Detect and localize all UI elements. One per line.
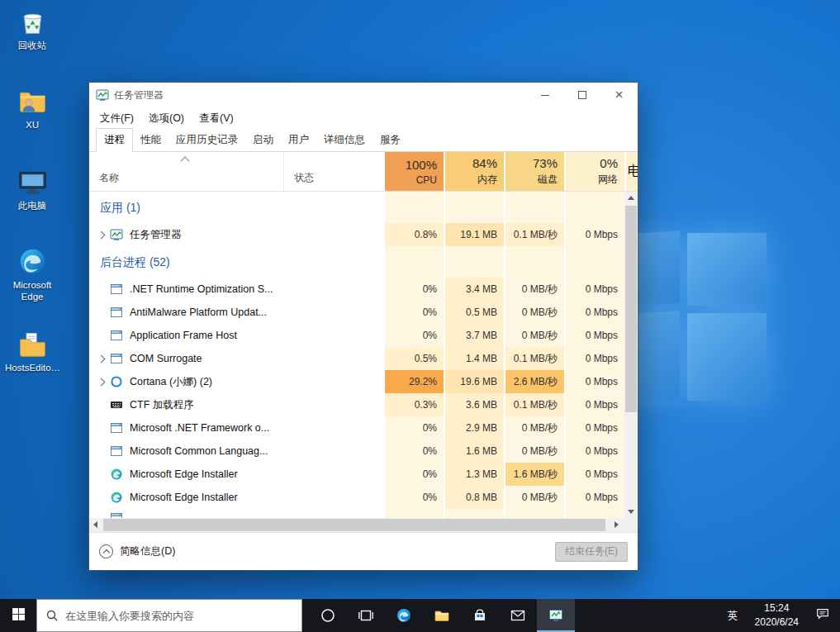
cpu-cell: 0.8%	[383, 223, 444, 246]
process-row[interactable]: AntiMalware Platform Updat...0%0.5 MB0 M…	[89, 301, 638, 324]
table-header: 名称 状态 100% CPU 84% 内存 73% 磁盘 0% 网络	[89, 152, 638, 192]
desktop-icon-user-folder[interactable]: XU	[5, 86, 59, 131]
vertical-scrollbar[interactable]	[624, 192, 638, 518]
column-header-disk[interactable]: 73% 磁盘	[504, 152, 564, 191]
menu-item[interactable]: 文件(F)	[93, 112, 141, 126]
start-button[interactable]	[0, 599, 36, 632]
memory-value: 2.9 MB	[466, 422, 497, 434]
process-row[interactable]: Application Frame Host0%3.7 MB0 MB/秒0 Mb…	[89, 324, 638, 347]
file-explorer-icon	[434, 607, 450, 624]
scroll-up-icon[interactable]	[624, 192, 638, 205]
disk-value: 0 MB/秒	[522, 329, 558, 343]
tab-性能[interactable]: 性能	[133, 129, 168, 151]
group-header-row[interactable]: 应用 (1)	[89, 197, 638, 220]
network-value: 0 Mbps	[586, 399, 618, 411]
process-row[interactable]: CTF 加载程序0.3%3.6 MB0.1 MB/秒0 Mbps	[89, 393, 638, 416]
process-row[interactable]: .NET Runtime Optimization S...0%3.4 MB0 …	[89, 278, 638, 301]
disk-cell: 0.1 MB/秒	[504, 393, 564, 416]
menu-item[interactable]: 选项(O)	[141, 112, 192, 126]
scroll-right-icon[interactable]	[610, 518, 624, 532]
process-name: Microsoft Edge Installer	[130, 492, 238, 503]
group-header-row[interactable]: 后台进程 (52)	[89, 251, 638, 274]
column-header-name[interactable]: 名称	[89, 152, 284, 191]
column-header-memory[interactable]: 84% 内存	[444, 152, 504, 191]
end-task-button[interactable]: 结束任务(E)	[555, 542, 628, 562]
chevron-up-circle-icon	[99, 544, 113, 558]
process-row[interactable]: Microsoft Edge Installer0%1.3 MB1.6 MB/秒…	[89, 463, 638, 486]
taskbar-task-view-button[interactable]	[347, 599, 385, 632]
process-row[interactable]: Microsoft .NET Framework o...0%2.9 MB0 M…	[89, 416, 638, 440]
desktop-icon-edge[interactable]: Microsoft Edge	[5, 246, 59, 303]
action-center-button[interactable]	[805, 606, 840, 625]
process-row[interactable]: Microsoft Common Languag...0%1.6 MB0 MB/…	[89, 440, 638, 463]
disk-cell: 0.1 MB/秒	[504, 347, 564, 370]
network-value: 0 Mbps	[586, 306, 618, 318]
minimize-button[interactable]	[526, 83, 563, 107]
disk-cell	[504, 509, 564, 518]
column-header-cpu[interactable]: 100% CPU	[383, 152, 444, 191]
taskbar-mail-button[interactable]	[499, 599, 537, 632]
taskbar-edge-button[interactable]	[385, 599, 423, 632]
scroll-left-icon[interactable]	[89, 518, 103, 532]
task-manager-app-icon	[96, 88, 109, 102]
store-icon	[472, 607, 488, 624]
desktop-icon-this-pc[interactable]: 此电脑	[5, 167, 59, 211]
tab-启动[interactable]: 启动	[245, 129, 281, 151]
process-row[interactable]: 任务管理器0.8%19.1 MB0.1 MB/秒0 Mbps	[89, 223, 638, 246]
taskbar-store-button[interactable]	[461, 599, 499, 632]
process-row[interactable]: Cortana (小娜) (2)29.2%19.6 MB2.6 MB/秒0 Mb…	[89, 370, 638, 393]
column-header-status[interactable]: 状态	[284, 152, 383, 191]
process-name: Microsoft Edge Installer	[130, 468, 238, 480]
status-cell	[284, 370, 383, 393]
process-row[interactable]: COM Surrogate0.5%1.4 MB0.1 MB/秒0 Mbps	[89, 347, 638, 370]
taskbar-task-manager-button[interactable]	[537, 599, 575, 632]
cpu-value: 0%	[423, 492, 437, 503]
edge-installer-icon	[110, 468, 123, 481]
status-cell	[284, 197, 383, 220]
details-toggle[interactable]: 简略信息(D)	[99, 544, 175, 558]
network-cell	[564, 197, 624, 220]
vertical-scroll-thumb[interactable]	[625, 206, 637, 412]
maximize-button[interactable]	[563, 83, 600, 107]
tab-应用历史记录[interactable]: 应用历史记录	[168, 129, 245, 151]
notification-icon	[815, 606, 830, 625]
network-value: 0 Mbps	[586, 422, 618, 434]
tab-用户[interactable]: 用户	[281, 129, 316, 151]
desktop-icon-hosts-folder[interactable]: HostsEdito…	[5, 329, 59, 373]
network-cell: 0 Mbps	[564, 301, 624, 324]
expand-chevron-icon[interactable]	[96, 376, 107, 387]
titlebar[interactable]: 任务管理器	[89, 83, 638, 107]
status-cell	[284, 486, 383, 509]
taskbar-cortana-button[interactable]	[309, 599, 347, 632]
tab-进程[interactable]: 进程	[96, 128, 133, 152]
column-header-power[interactable]: 电	[624, 152, 638, 191]
status-cell	[284, 301, 383, 324]
network-cell: 0 Mbps	[564, 463, 624, 486]
taskbar-search[interactable]	[36, 599, 302, 632]
menu-item[interactable]: 查看(V)	[192, 112, 241, 126]
horizontal-scroll-thumb[interactable]	[103, 519, 605, 531]
clock-time: 15:24	[755, 601, 799, 615]
memory-total-percent: 84%	[472, 156, 497, 171]
desktop-icon-recycle-bin[interactable]: 回收站	[5, 7, 59, 51]
app-window-icon	[110, 511, 123, 518]
scroll-down-icon[interactable]	[624, 505, 638, 518]
tab-服务[interactable]: 服务	[373, 129, 408, 151]
name-cell: Microsoft Edge Installer	[89, 486, 284, 509]
disk-cell: 0 MB/秒	[504, 486, 564, 509]
search-input[interactable]	[65, 610, 293, 622]
name-cell: Application Frame Host	[89, 324, 284, 347]
taskbar-file-explorer-button[interactable]	[423, 599, 461, 632]
taskbar-clock[interactable]: 15:24 2020/6/24	[748, 601, 805, 630]
mail-icon	[510, 607, 526, 624]
horizontal-scrollbar[interactable]	[89, 518, 638, 532]
expand-chevron-icon[interactable]	[96, 353, 107, 364]
close-button[interactable]	[600, 83, 638, 107]
language-indicator[interactable]: 英	[718, 609, 748, 623]
column-header-network[interactable]: 0% 网络	[564, 152, 624, 191]
name-cell: Microsoft Common Languag...	[89, 440, 284, 463]
tab-详细信息[interactable]: 详细信息	[316, 129, 373, 151]
process-row[interactable]: Microsoft Edge Installer0%0.8 MB0 MB/秒0 …	[89, 486, 638, 509]
expand-chevron-icon[interactable]	[96, 229, 107, 240]
network-value: 0 Mbps	[586, 468, 618, 480]
